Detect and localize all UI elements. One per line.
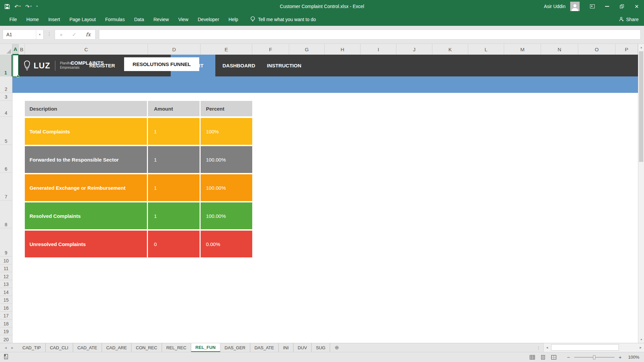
app-subtab-complaints[interactable]: COMPLAINTS: [37, 55, 138, 71]
sheet-tab-rel_fun[interactable]: REL_FUN: [191, 343, 220, 352]
restore-button[interactable]: [614, 0, 629, 13]
row-header-14[interactable]: 14: [0, 288, 12, 296]
tab-splitter-icon[interactable]: ⋮: [534, 345, 543, 350]
redo-button[interactable]: ↷▾: [25, 4, 32, 9]
column-header-E[interactable]: E: [201, 44, 252, 55]
column-header-P[interactable]: P: [615, 44, 638, 55]
ribbon-display-options-button[interactable]: [585, 0, 600, 13]
column-header-L[interactable]: L: [468, 44, 504, 55]
tell-me-box[interactable]: Tell me what you want to do: [250, 16, 316, 23]
row-header-7[interactable]: 7: [0, 173, 12, 200]
column-header-A[interactable]: A: [12, 44, 19, 55]
account-name[interactable]: Asir Uddin: [544, 4, 566, 9]
column-header-D[interactable]: D: [148, 44, 201, 55]
horizontal-scrollbar-thumb[interactable]: [551, 344, 619, 351]
page-layout-view-button[interactable]: [539, 354, 547, 361]
column-header-J[interactable]: J: [396, 44, 432, 55]
ribbon-tab-developer[interactable]: Developer: [193, 15, 224, 24]
page-break-preview-button[interactable]: [549, 354, 558, 361]
row-header-11[interactable]: 11: [0, 264, 12, 273]
customize-quick-access-button[interactable]: ▾: [36, 5, 38, 8]
name-box[interactable]: A1 ▾: [3, 29, 44, 40]
sheet-tab-das_ate[interactable]: DAS_ATE: [250, 343, 279, 352]
ribbon-tab-formulas[interactable]: Formulas: [101, 15, 129, 24]
ribbon-tab-help[interactable]: Help: [224, 15, 243, 24]
minimize-button[interactable]: [600, 0, 614, 13]
column-header-K[interactable]: K: [432, 44, 468, 55]
row-header-19[interactable]: 19: [0, 327, 12, 336]
sheet-tab-con_rec[interactable]: CON_REC: [131, 343, 162, 352]
ribbon-tab-file[interactable]: File: [5, 15, 22, 24]
scroll-down-button[interactable]: ▼: [638, 336, 644, 343]
ribbon-tab-home[interactable]: Home: [22, 15, 44, 24]
sheet-tab-das_ger[interactable]: DAS_GER: [220, 343, 250, 352]
row-header-5[interactable]: 5: [0, 117, 12, 145]
column-header-M[interactable]: M: [504, 44, 541, 55]
ribbon-tab-page-layout[interactable]: Page Layout: [65, 15, 101, 24]
table-row[interactable]: Unresolved Complaints00.00%: [25, 231, 252, 257]
column-header-F[interactable]: F: [252, 44, 289, 55]
enter-formula-button[interactable]: ✓: [72, 32, 76, 38]
column-header-C[interactable]: C: [25, 44, 148, 55]
scroll-right-button[interactable]: ►: [637, 346, 644, 349]
share-button[interactable]: Share: [619, 17, 639, 22]
save-button[interactable]: [5, 4, 10, 9]
table-row[interactable]: Resolved Complaints1100.00%: [25, 202, 252, 229]
row-header-4[interactable]: 4: [0, 101, 12, 117]
vertical-scrollbar-thumb[interactable]: [639, 51, 643, 162]
name-box-dropdown-icon[interactable]: ▾: [36, 30, 43, 39]
formula-input[interactable]: [99, 29, 641, 40]
insert-function-button[interactable]: fx: [86, 32, 91, 38]
macro-record-button[interactable]: [4, 354, 9, 361]
row-header-1[interactable]: 1: [0, 55, 12, 76]
table-row[interactable]: Generated Exchange or Reimbursement1100.…: [25, 174, 252, 201]
zoom-out-button[interactable]: −: [566, 354, 571, 360]
sheet-grid[interactable]: 1234567891011121314151617181920 LUZ Plan…: [0, 55, 638, 343]
row-header-17[interactable]: 17: [0, 312, 12, 320]
row-header-15[interactable]: 15: [0, 296, 12, 304]
sheet-tab-cad_tip[interactable]: CAD_TIP: [18, 343, 46, 352]
select-all-button[interactable]: [0, 44, 12, 55]
row-header-9[interactable]: 9: [0, 228, 12, 256]
zoom-slider[interactable]: [574, 357, 614, 358]
zoom-slider-thumb[interactable]: [593, 355, 595, 359]
sheet-tab-cad_ate[interactable]: CAD_ATE: [73, 343, 102, 352]
row-header-2[interactable]: 2: [0, 76, 12, 93]
ribbon-tab-data[interactable]: Data: [129, 15, 149, 24]
sheet-tab-sug[interactable]: SUG: [312, 343, 330, 352]
table-row[interactable]: Total Complaints1100%: [25, 118, 252, 145]
row-header-18[interactable]: 18: [0, 319, 12, 327]
horizontal-scrollbar[interactable]: ◄ ►: [543, 343, 644, 352]
row-header-10[interactable]: 10: [0, 256, 12, 264]
app-tab-dashboard[interactable]: DASHBOARD: [215, 55, 262, 76]
new-sheet-button[interactable]: ⊕: [330, 343, 343, 352]
selected-cell-a1[interactable]: [12, 55, 19, 77]
sheet-tab-cad_cli[interactable]: CAD_CLI: [46, 343, 73, 352]
ribbon-tab-view[interactable]: View: [173, 15, 193, 24]
sheet-tab-cad_are[interactable]: CAD_ARE: [102, 343, 131, 352]
row-header-8[interactable]: 8: [0, 200, 12, 228]
row-header-12[interactable]: 12: [0, 272, 12, 280]
row-header-16[interactable]: 16: [0, 304, 12, 312]
avatar[interactable]: [570, 2, 580, 11]
column-header-N[interactable]: N: [541, 44, 578, 55]
scroll-up-button[interactable]: ▲: [638, 44, 644, 51]
next-sheet-button[interactable]: ►: [11, 346, 14, 350]
undo-button[interactable]: ↶▾: [14, 4, 21, 9]
column-header-H[interactable]: H: [325, 44, 361, 55]
cancel-formula-button[interactable]: ×: [60, 32, 63, 38]
sheet-tab-duv[interactable]: DUV: [293, 343, 312, 352]
zoom-in-button[interactable]: +: [618, 354, 623, 360]
app-subtab-resolutions-funnel[interactable]: RESOLUTIONS FUNNEL: [124, 57, 199, 71]
horizontal-scrollbar-track[interactable]: [550, 343, 637, 352]
zoom-level[interactable]: 100%: [626, 355, 639, 360]
app-tab-instruction[interactable]: INSTRUCTION: [262, 55, 306, 76]
previous-sheet-button[interactable]: ◄: [4, 346, 7, 350]
close-button[interactable]: ×: [629, 0, 644, 13]
column-header-G[interactable]: G: [289, 44, 325, 55]
row-header-20[interactable]: 20: [0, 335, 12, 343]
column-header-O[interactable]: O: [578, 44, 615, 55]
ribbon-tab-review[interactable]: Review: [149, 15, 174, 24]
sheet-tab-rel_rec[interactable]: REL_REC: [162, 343, 191, 352]
column-header-B[interactable]: B: [19, 44, 25, 55]
